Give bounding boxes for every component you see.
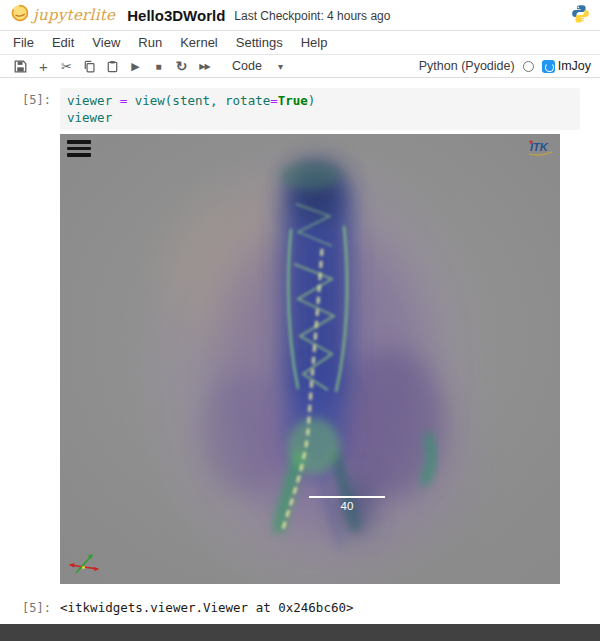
imjoy-label: ImJoy <box>558 59 591 73</box>
menu-help[interactable]: Help <box>292 33 337 52</box>
scale-bar: 40 <box>309 496 385 512</box>
orientation-axes-icon <box>67 548 101 580</box>
notebook-toolbar: + ✂ ▶ ■ ↻ ▶▶ Code ▾ Python (Pyodide) <box>0 55 600 78</box>
cell-type-dropdown[interactable]: Code ▾ <box>232 59 283 73</box>
output-repr-text: <itkwidgets.viewer.Viewer at 0x246bc60> <box>60 596 600 615</box>
scale-bar-line <box>309 496 385 498</box>
code-line-1: viewer = view(stent, rotate=True) <box>67 92 573 109</box>
kernel-name[interactable]: Python (Pyodide) <box>419 59 515 73</box>
itk-logo-text: ITK <box>530 141 549 153</box>
menu-edit[interactable]: Edit <box>43 33 83 52</box>
jupyterlite-logo-icon <box>10 3 30 27</box>
cut-cell-button[interactable]: ✂ <box>55 56 78 76</box>
hamburger-icon <box>67 147 91 151</box>
notebook-area: [5]: viewer = view(stent, rotate=True) v… <box>0 78 600 615</box>
kernel-status-icon <box>523 61 534 72</box>
code-cell: [5]: viewer = view(stent, rotate=True) v… <box>0 88 600 130</box>
toolbar-right-group: Python (Pyodide) ImJoy <box>419 59 591 73</box>
code-token-operator-2: = <box>270 93 278 108</box>
run-cell-button[interactable]: ▶ <box>124 56 147 76</box>
cell-type-value: Code <box>232 59 262 73</box>
notebook-title[interactable]: Hello3DWorld <box>127 7 225 24</box>
jupyterlite-app: jupyterlite Hello3DWorld Last Checkpoint… <box>0 0 600 615</box>
menu-view[interactable]: View <box>83 33 129 52</box>
output-prompt-spacer <box>0 134 60 584</box>
output-prompt: [5]: <box>0 596 60 615</box>
menu-run[interactable]: Run <box>129 33 171 52</box>
add-cell-button[interactable]: + <box>32 56 55 76</box>
checkpoint-text: Last Checkpoint: 4 hours ago <box>234 7 390 23</box>
chevron-down-icon: ▾ <box>278 61 283 72</box>
scale-bar-value: 40 <box>309 500 385 512</box>
output-repr-row: [5]: <itkwidgets.viewer.Viewer at 0x246b… <box>0 596 600 615</box>
copy-cell-button[interactable] <box>78 56 101 76</box>
jupyterlite-logo[interactable]: jupyterlite <box>10 3 115 27</box>
menu-kernel[interactable]: Kernel <box>171 33 227 52</box>
paste-cell-button[interactable] <box>101 56 124 76</box>
code-editor[interactable]: viewer = view(stent, rotate=True) viewer <box>60 88 580 130</box>
viewer-menu-button[interactable] <box>67 140 91 160</box>
code-token-name: viewer <box>67 93 120 108</box>
imjoy-button[interactable]: ImJoy <box>542 59 591 73</box>
bottom-scrollbar[interactable] <box>0 624 600 641</box>
code-token-call: view(stent, rotate <box>127 93 270 108</box>
menu-bar: File Edit View Run Kernel Settings Help <box>0 31 600 55</box>
header: jupyterlite Hello3DWorld Last Checkpoint… <box>0 0 600 31</box>
imjoy-icon <box>542 60 555 73</box>
input-prompt: [5]: <box>0 88 60 107</box>
menu-settings[interactable]: Settings <box>227 33 292 52</box>
brand-text: jupyterlite <box>33 6 115 24</box>
interrupt-kernel-button[interactable]: ■ <box>147 56 170 76</box>
itk-3d-viewer[interactable]: ITK 40 <box>60 134 560 584</box>
hamburger-icon <box>67 153 91 157</box>
restart-kernel-button[interactable]: ↻ <box>170 56 193 76</box>
code-token-close: ) <box>308 93 316 108</box>
code-line-2: viewer <box>67 109 573 126</box>
volume-rendering <box>60 134 560 584</box>
cell-output-area: ITK 40 <box>0 134 600 584</box>
restart-run-all-button[interactable]: ▶▶ <box>193 56 216 76</box>
itk-logo: ITK <box>526 138 554 162</box>
python-logo-icon <box>571 4 590 27</box>
code-token-keyword: True <box>278 93 308 108</box>
menu-file[interactable]: File <box>4 33 43 52</box>
hamburger-icon <box>67 140 91 144</box>
save-button[interactable] <box>9 56 32 76</box>
